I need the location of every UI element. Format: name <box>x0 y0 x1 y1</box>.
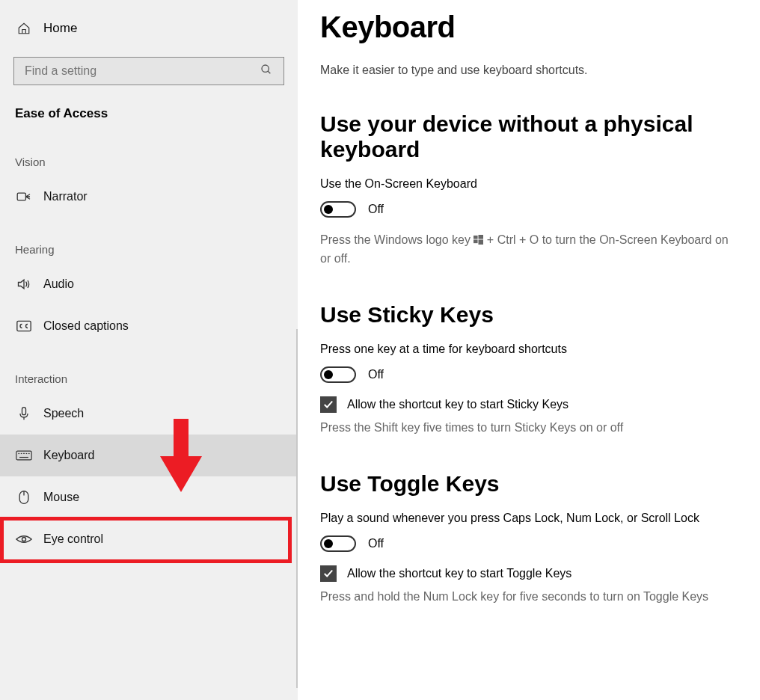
svg-rect-3 <box>17 321 31 331</box>
group-heading-vision: Vision <box>0 130 298 176</box>
sidebar-item-eye-control[interactable]: Eye control <box>0 518 298 560</box>
nav-home[interactable]: Home <box>0 13 298 43</box>
toggle-keys-check-label: Allow the shortcut key to start Toggle K… <box>347 567 571 580</box>
windows-key-icon <box>474 232 483 250</box>
sidebar-item-label: Speech <box>43 407 84 420</box>
sticky-toggle-state: Off <box>368 368 384 381</box>
sidebar-item-label: Keyboard <box>43 449 95 462</box>
toggle-keys-toggle-state: Off <box>368 537 384 550</box>
section-heading-osk: Use your device without a physical keybo… <box>320 111 738 162</box>
osk-label: Use the On-Screen Keyboard <box>320 177 738 191</box>
sidebar-item-mouse[interactable]: Mouse <box>0 476 298 518</box>
svg-rect-17 <box>474 240 478 244</box>
page-title: Keyboard <box>320 10 738 44</box>
sidebar-item-label: Narrator <box>43 190 88 203</box>
closed-captions-icon <box>15 320 33 332</box>
sidebar-item-keyboard[interactable]: Keyboard <box>0 435 298 476</box>
section-toggle-keys: Use Toggle Keys Play a sound whenever yo… <box>320 471 738 606</box>
sticky-toggle[interactable] <box>320 366 356 383</box>
osk-toggle[interactable] <box>320 201 356 218</box>
scrollbar-track[interactable] <box>296 329 298 688</box>
settings-main: Keyboard Make it easier to type and use … <box>298 0 760 700</box>
keyboard-icon <box>15 450 33 461</box>
page-lead: Make it easier to type and use keyboard … <box>320 64 738 77</box>
speech-icon <box>15 406 33 421</box>
sticky-hint: Press the Shift key five times to turn S… <box>320 419 732 437</box>
sidebar-item-label: Eye control <box>43 532 103 546</box>
sidebar-item-label: Audio <box>43 277 74 291</box>
sidebar-item-closed-captions[interactable]: Closed captions <box>0 305 298 347</box>
settings-sidebar: Home Ease of Access Vision Narrator Hear… <box>0 0 298 700</box>
search-input[interactable] <box>13 57 284 85</box>
svg-point-14 <box>22 537 25 541</box>
section-sticky: Use Sticky Keys Press one key at a time … <box>320 302 738 437</box>
category-title: Ease of Access <box>0 99 298 130</box>
eye-control-icon <box>15 534 33 544</box>
sidebar-item-label: Closed captions <box>43 319 129 333</box>
sticky-shortcut-checkbox[interactable] <box>320 396 337 413</box>
sticky-label: Press one key at a time for keyboard sho… <box>320 343 738 356</box>
osk-toggle-state: Off <box>368 203 384 216</box>
sidebar-item-audio[interactable]: Audio <box>0 263 298 305</box>
search-container <box>0 57 298 85</box>
nav-home-label: Home <box>43 21 77 36</box>
sidebar-item-speech[interactable]: Speech <box>0 393 298 435</box>
home-icon <box>15 22 33 35</box>
narrator-icon <box>15 191 33 203</box>
audio-icon <box>15 277 33 291</box>
group-heading-hearing: Hearing <box>0 218 298 263</box>
toggle-keys-label: Play a sound whenever you press Caps Loc… <box>320 512 738 525</box>
section-heading-sticky: Use Sticky Keys <box>320 302 738 328</box>
svg-rect-15 <box>474 236 478 239</box>
section-heading-toggle-keys: Use Toggle Keys <box>320 471 738 497</box>
section-osk: Use your device without a physical keybo… <box>320 111 738 268</box>
svg-rect-5 <box>16 451 31 460</box>
toggle-keys-toggle[interactable] <box>320 535 356 552</box>
sidebar-item-narrator[interactable]: Narrator <box>0 176 298 218</box>
toggle-keys-hint: Press and hold the Num Lock key for five… <box>320 588 732 606</box>
sidebar-item-label: Mouse <box>43 491 79 504</box>
sticky-check-label: Allow the shortcut key to start Sticky K… <box>347 398 569 411</box>
mouse-icon <box>15 490 33 505</box>
osk-hint: Press the Windows logo key + Ctrl + O to… <box>320 231 732 268</box>
svg-rect-2 <box>17 193 25 200</box>
group-heading-interaction: Interaction <box>0 347 298 393</box>
toggle-keys-shortcut-checkbox[interactable] <box>320 565 337 582</box>
svg-rect-4 <box>22 408 26 415</box>
